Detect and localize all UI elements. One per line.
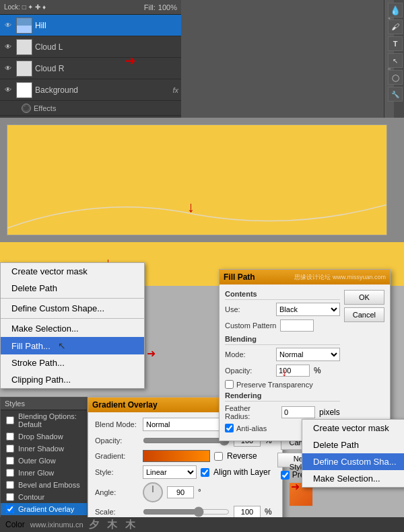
styles-outer-glow[interactable]: Outer Glow <box>1 455 87 467</box>
fill-path-cancel-button[interactable]: Cancel <box>344 307 384 322</box>
right-menu-make-selection[interactable]: Make Selection... <box>302 470 404 487</box>
fill-path-ok-button[interactable]: OK <box>344 290 384 305</box>
arrow-to-gradient: ↓ <box>281 367 287 379</box>
bevel-emboss-checkbox[interactable] <box>6 481 14 489</box>
custom-pattern-box[interactable] <box>280 319 314 332</box>
inner-shadow-checkbox[interactable] <box>6 445 14 453</box>
sub-layer-effects: ⚫ Effects <box>0 101 181 116</box>
dropper-tool[interactable]: 💧 <box>388 3 403 17</box>
fill-area: Fill: 100% <box>144 3 177 11</box>
drop-shadow-checkbox[interactable] <box>6 432 14 441</box>
zoom-tool[interactable]: 🔧 <box>388 87 403 102</box>
antialias-checkbox[interactable] <box>225 424 234 432</box>
preserve-transparency-checkbox[interactable] <box>225 380 234 389</box>
angle-circle[interactable] <box>143 482 163 502</box>
arrow-to-fill-dialog: ➜ <box>147 347 156 360</box>
down-arrow-canvas: ↓ <box>187 198 195 216</box>
menu-make-selection[interactable]: Make Selection... <box>1 320 144 337</box>
inner-shadow-label: Inner Shadow <box>18 445 64 453</box>
use-row: Use: Black <box>225 303 340 316</box>
outer-glow-checkbox[interactable] <box>6 457 14 465</box>
degree-symbol: ° <box>198 488 201 497</box>
menu-create-vector-mask[interactable]: Create vector mask <box>1 263 144 280</box>
preview-checkbox[interactable] <box>281 471 290 480</box>
blend-mode-label: Blend Mode: <box>95 420 139 428</box>
feather-input[interactable] <box>281 406 315 418</box>
decorative-chars: 夕 木 木 <box>89 519 138 531</box>
visibility-icon-cloud-l[interactable]: 👁 <box>3 42 13 52</box>
layer-row-background[interactable]: 👁 Background fx <box>0 79 181 101</box>
layer-thumb-hill <box>16 17 32 34</box>
menu-stroke-path[interactable]: Stroke Path... <box>1 354 144 371</box>
menu-delete-path[interactable]: Delete Path <box>1 280 144 297</box>
type-tool[interactable]: ↖ <box>388 53 403 68</box>
styles-gradient-overlay[interactable]: Gradient Overlay <box>1 503 87 515</box>
menu-define-custom-shape[interactable]: Define Custom Shape... <box>1 300 144 317</box>
layer-thumb-cloud-l <box>16 39 32 55</box>
visibility-icon-cloud-r[interactable]: 👁 <box>3 63 13 74</box>
layer-name-cloud-r: Cloud R <box>35 64 178 73</box>
reverse-checkbox[interactable] <box>214 452 223 461</box>
mode-row: Mode: Normal <box>225 348 340 361</box>
fill-path-watermark: 思缘设计论坛 www.missyuan.com <box>294 273 386 282</box>
layer-row-cloud-l[interactable]: 👁 Cloud L <box>0 36 181 58</box>
pen-tool[interactable]: T <box>388 36 403 51</box>
scale-slider[interactable] <box>143 507 230 517</box>
fill-label: Fill: <box>144 3 156 11</box>
opacity-slider[interactable] <box>143 436 230 445</box>
right-menu-create-vector[interactable]: Create vector mask <box>302 420 404 436</box>
fill-path-content: Contents Use: Black Custom Pattern Blend… <box>225 290 384 435</box>
styles-inner-shadow[interactable]: Inner Shadow <box>1 443 87 455</box>
fill-path-title: Fill Path <box>224 272 255 282</box>
scale-row: Scale: % <box>95 506 272 518</box>
drop-shadow-label: Drop Shadow <box>18 432 63 441</box>
context-menu-left: Create vector mask Delete Path Define Cu… <box>0 262 145 389</box>
custom-pattern-row: Custom Pattern <box>225 319 340 332</box>
layer-thumb-cloud-r <box>16 61 32 77</box>
visibility-icon-hill[interactable]: 👁 <box>3 20 13 31</box>
align-with-layer-checkbox[interactable] <box>201 468 209 477</box>
feather-row: Feather Radius: pixels <box>225 404 340 420</box>
right-menu-define-custom[interactable]: Define Custom Sha... <box>302 453 404 470</box>
gradient-bar[interactable] <box>143 450 210 462</box>
brush-tool[interactable]: 🖌 <box>388 20 403 34</box>
styles-bevel-emboss[interactable]: Bevel and Emboss <box>1 479 87 491</box>
scale-label: Scale: <box>95 508 139 516</box>
context-menu-right: Create vector mask Delete Path Define Cu… <box>302 419 404 488</box>
style-select[interactable]: Linear <box>143 465 197 479</box>
inner-glow-checkbox[interactable] <box>6 469 14 477</box>
mode-label: Mode: <box>225 350 272 358</box>
fill-path-dialog: Fill Path 思缘设计论坛 www.missyuan.com Conten… <box>219 269 391 441</box>
styles-contour[interactable]: Contour <box>1 491 87 503</box>
opacity-label: Opacity: <box>225 367 272 375</box>
status-bar: Color www.ixinumu.cn 夕 木 木 <box>0 517 404 532</box>
bevel-emboss-label: Bevel and Emboss <box>18 481 80 489</box>
gradient-overlay-checkbox[interactable] <box>6 505 14 513</box>
contour-checkbox[interactable] <box>6 493 14 501</box>
canvas-section: ↓ <box>0 118 404 242</box>
menu-divider-1 <box>1 298 144 299</box>
styles-panel: Styles Blending Options: Default Drop Sh… <box>0 397 88 531</box>
visibility-icon-background[interactable]: 👁 <box>3 85 13 96</box>
use-select[interactable]: Black <box>276 303 340 316</box>
menu-divider-2 <box>1 318 144 319</box>
mode-select[interactable]: Normal <box>276 348 340 361</box>
contour-label: Contour <box>18 493 44 501</box>
blending-options-checkbox[interactable] <box>6 416 14 424</box>
layer-row-hill[interactable]: 👁 Hill <box>0 15 181 36</box>
scale-input[interactable] <box>234 506 261 518</box>
percent-label: % <box>314 366 321 375</box>
blending-options-label: Blending Options: Default <box>18 412 81 428</box>
menu-fill-path[interactable]: Fill Path... ↖ <box>1 337 144 354</box>
right-menu-delete-path[interactable]: Delete Path <box>302 436 404 453</box>
layer-row-cloud-r[interactable]: 👁 Cloud R <box>0 58 181 79</box>
styles-inner-glow[interactable]: Inner Glow <box>1 467 87 479</box>
styles-blending-options[interactable]: Blending Options: Default <box>1 410 87 430</box>
menu-clipping-path[interactable]: Clipping Path... <box>1 371 144 388</box>
gradient-label: Gradient: <box>95 452 139 460</box>
color-label: Color <box>5 520 25 529</box>
shape-tool[interactable]: ◯ <box>388 70 403 85</box>
outer-glow-label: Outer Glow <box>18 457 56 465</box>
styles-drop-shadow[interactable]: Drop Shadow <box>1 430 87 443</box>
angle-input[interactable] <box>167 486 194 498</box>
